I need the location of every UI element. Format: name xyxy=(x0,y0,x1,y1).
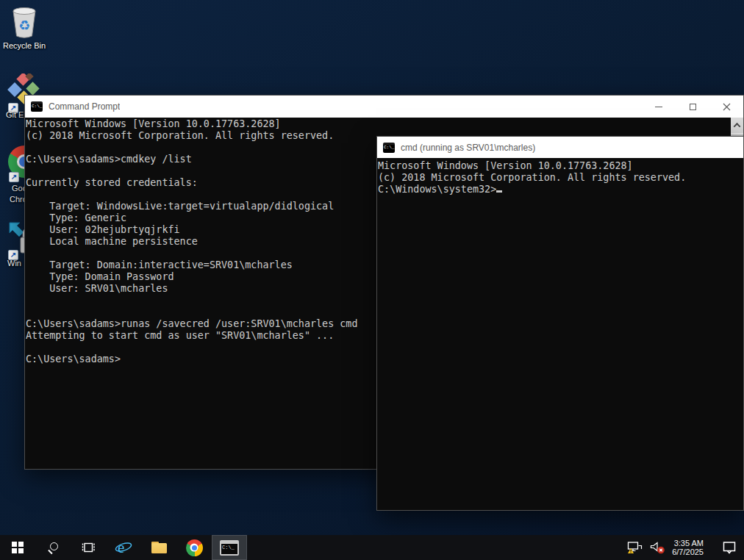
desktop: { "desktop": { "icons": [ { "label": "Re… xyxy=(0,0,744,560)
maximize-button[interactable] xyxy=(676,96,709,118)
network-warning-icon xyxy=(626,541,643,554)
chevron-up-icon xyxy=(734,123,741,130)
minimize-button[interactable] xyxy=(642,96,676,118)
taskbar-chrome-button[interactable] xyxy=(176,535,212,560)
volume-muted-icon[interactable] xyxy=(649,541,665,554)
action-center-button[interactable] xyxy=(720,540,738,555)
chrome-icon xyxy=(186,539,203,556)
cmd-window-icon: C:\_ xyxy=(383,143,395,153)
command-prompt-titlebar[interactable]: C:\_ Command Prompt xyxy=(25,96,743,118)
window-title: Command Prompt xyxy=(49,101,120,112)
desktop-icon-recycle-bin[interactable]: ♻ Recycle Bin xyxy=(7,4,41,43)
window-title: cmd (running as SRV01\mcharles) xyxy=(401,143,535,153)
taskbar-file-explorer-button[interactable] xyxy=(141,535,176,560)
winscp-label: Win xyxy=(7,259,21,268)
minimize-icon xyxy=(655,107,662,107)
console-output-area[interactable]: Microsoft Windows [Version 10.0.17763.26… xyxy=(377,158,743,510)
task-view-button[interactable] xyxy=(71,535,106,560)
taskbar-clock[interactable]: 3:35 AM 6/7/2025 xyxy=(672,539,704,556)
prompt-text: C:\Windows\system32> xyxy=(378,184,496,195)
cmd-window-icon: C:\_ xyxy=(31,101,43,112)
clock-time: 3:35 AM xyxy=(672,539,704,548)
taskbar-cmd-button-active[interactable]: C:\_ xyxy=(212,535,247,560)
recycle-bin-icon: ♻ xyxy=(7,4,41,40)
svg-text:e: e xyxy=(118,539,124,556)
console-text: Microsoft Windows [Version 10.0.17763.26… xyxy=(377,158,743,184)
system-tray: 3:35 AM 6/7/2025 xyxy=(626,535,744,560)
search-icon xyxy=(47,542,59,553)
recycle-bin-label: Recycle Bin xyxy=(3,41,46,50)
text-cursor xyxy=(496,190,502,193)
file-explorer-icon xyxy=(151,542,167,553)
svg-text:♻: ♻ xyxy=(18,18,30,33)
start-button[interactable] xyxy=(0,535,35,560)
taskbar-search-button[interactable] xyxy=(35,535,71,560)
speaker-mute-icon xyxy=(649,541,665,554)
cmd-icon: C:\_ xyxy=(220,540,239,556)
runas-cmd-window: C:\_ cmd (running as SRV01\mcharles) Mic… xyxy=(376,136,744,511)
maximize-icon xyxy=(690,104,696,110)
clock-date: 6/7/2025 xyxy=(672,548,704,556)
runas-cmd-titlebar[interactable]: C:\_ cmd (running as SRV01\mcharles) xyxy=(377,137,743,158)
git-label: Git E xyxy=(6,110,24,119)
close-icon xyxy=(723,103,731,111)
close-button[interactable] xyxy=(709,96,743,118)
windows-logo-icon xyxy=(12,542,24,553)
task-view-icon xyxy=(81,541,96,554)
network-status-icon[interactable] xyxy=(626,541,643,554)
internet-explorer-icon: e xyxy=(115,539,132,556)
taskbar-ie-button[interactable]: e xyxy=(106,535,141,560)
console-prompt-line: C:\Windows\system32> xyxy=(377,184,743,195)
action-center-icon xyxy=(720,540,738,555)
scroll-up-button[interactable] xyxy=(731,118,743,133)
taskbar: e C:\_ 3: xyxy=(0,535,744,560)
shortcut-arrow-icon: ↗ xyxy=(9,172,19,182)
